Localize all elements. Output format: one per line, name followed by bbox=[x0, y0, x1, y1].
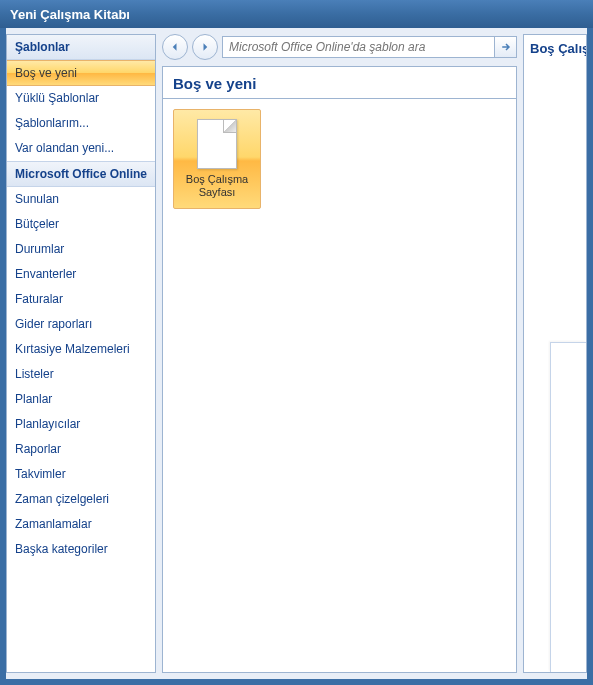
sidebar-item-label: Başka kategoriler bbox=[15, 542, 108, 556]
sidebar-item-label: Zamanlamalar bbox=[15, 517, 92, 531]
titlebar: Yeni Çalışma Kitabı bbox=[0, 0, 593, 28]
sidebar-item-inventories[interactable]: Envanterler bbox=[7, 262, 155, 287]
sidebar-item-label: Listeler bbox=[15, 367, 54, 381]
arrow-right-icon bbox=[199, 41, 211, 53]
toolbar bbox=[162, 34, 517, 60]
sidebar-item-invoices[interactable]: Faturalar bbox=[7, 287, 155, 312]
template-label: Boş Çalışma Sayfası bbox=[174, 173, 260, 198]
preview-body bbox=[524, 62, 586, 672]
sidebar-item-label: Durumlar bbox=[15, 242, 64, 256]
sidebar-item-featured[interactable]: Sunulan bbox=[7, 187, 155, 212]
sidebar-item-calendars[interactable]: Takvimler bbox=[7, 462, 155, 487]
sidebar-item-my-templates[interactable]: Şablonlarım... bbox=[7, 111, 155, 136]
sidebar-section-online: Microsoft Office Online bbox=[7, 161, 155, 187]
sidebar-item-statuses[interactable]: Durumlar bbox=[7, 237, 155, 262]
sidebar-item-stationery[interactable]: Kırtasiye Malzemeleri bbox=[7, 337, 155, 362]
sidebar-item-label: Yüklü Şablonlar bbox=[15, 91, 99, 105]
back-button[interactable] bbox=[162, 34, 188, 60]
document-icon bbox=[197, 119, 237, 169]
client-area: Şablonlar Boş ve yeni Yüklü Şablonlar Şa… bbox=[6, 28, 587, 679]
sidebar-item-label: Envanterler bbox=[15, 267, 76, 281]
dialog-window: Yeni Çalışma Kitabı Şablonlar Boş ve yen… bbox=[0, 0, 593, 685]
sidebar-item-label: Var olandan yeni... bbox=[15, 141, 114, 155]
sidebar-item-label: Takvimler bbox=[15, 467, 66, 481]
sidebar-item-planners[interactable]: Planlayıcılar bbox=[7, 412, 155, 437]
sidebar-item-label: Boş ve yeni bbox=[15, 66, 77, 80]
sidebar: Şablonlar Boş ve yeni Yüklü Şablonlar Şa… bbox=[6, 34, 156, 673]
sidebar-item-label: Planlayıcılar bbox=[15, 417, 80, 431]
template-blank-workbook[interactable]: Boş Çalışma Sayfası bbox=[173, 109, 261, 209]
preview-panel: Boş Çalış bbox=[523, 34, 587, 673]
sidebar-item-reports[interactable]: Raporlar bbox=[7, 437, 155, 462]
preview-thumbnail bbox=[550, 342, 586, 672]
sidebar-header: Şablonlar bbox=[7, 35, 155, 60]
sidebar-item-label: Faturalar bbox=[15, 292, 63, 306]
sidebar-item-installed-templates[interactable]: Yüklü Şablonlar bbox=[7, 86, 155, 111]
search-input[interactable] bbox=[223, 37, 494, 57]
sidebar-item-label: Raporlar bbox=[15, 442, 61, 456]
preview-header: Boş Çalış bbox=[524, 35, 586, 62]
arrow-left-icon bbox=[169, 41, 181, 53]
sidebar-item-expense-reports[interactable]: Gider raporları bbox=[7, 312, 155, 337]
sidebar-item-label: Sunulan bbox=[15, 192, 59, 206]
sidebar-item-label: Gider raporları bbox=[15, 317, 92, 331]
sidebar-item-label: Bütçeler bbox=[15, 217, 59, 231]
content-panel: Boş ve yeni Boş Çalışma Sayfası bbox=[162, 66, 517, 673]
sidebar-item-new-from-existing[interactable]: Var olandan yeni... bbox=[7, 136, 155, 161]
sidebar-item-label: Şablonlarım... bbox=[15, 116, 89, 130]
arrow-right-icon bbox=[500, 41, 512, 53]
window-title: Yeni Çalışma Kitabı bbox=[10, 7, 130, 22]
sidebar-item-schedules[interactable]: Zamanlamalar bbox=[7, 512, 155, 537]
sidebar-item-timelines[interactable]: Zaman çizelgeleri bbox=[7, 487, 155, 512]
sidebar-item-label: Zaman çizelgeleri bbox=[15, 492, 109, 506]
main-panel: Boş ve yeni Boş Çalışma Sayfası bbox=[162, 34, 517, 673]
search-go-button[interactable] bbox=[494, 37, 516, 57]
content-header: Boş ve yeni bbox=[163, 67, 516, 99]
sidebar-item-other-categories[interactable]: Başka kategoriler bbox=[7, 537, 155, 562]
sidebar-item-label: Kırtasiye Malzemeleri bbox=[15, 342, 130, 356]
sidebar-item-blank-new[interactable]: Boş ve yeni bbox=[7, 60, 155, 86]
sidebar-item-budgets[interactable]: Bütçeler bbox=[7, 212, 155, 237]
sidebar-item-lists[interactable]: Listeler bbox=[7, 362, 155, 387]
sidebar-item-label: Planlar bbox=[15, 392, 52, 406]
templates-area: Boş Çalışma Sayfası bbox=[163, 99, 516, 219]
forward-button[interactable] bbox=[192, 34, 218, 60]
search-wrap bbox=[222, 36, 517, 58]
sidebar-item-plans[interactable]: Planlar bbox=[7, 387, 155, 412]
